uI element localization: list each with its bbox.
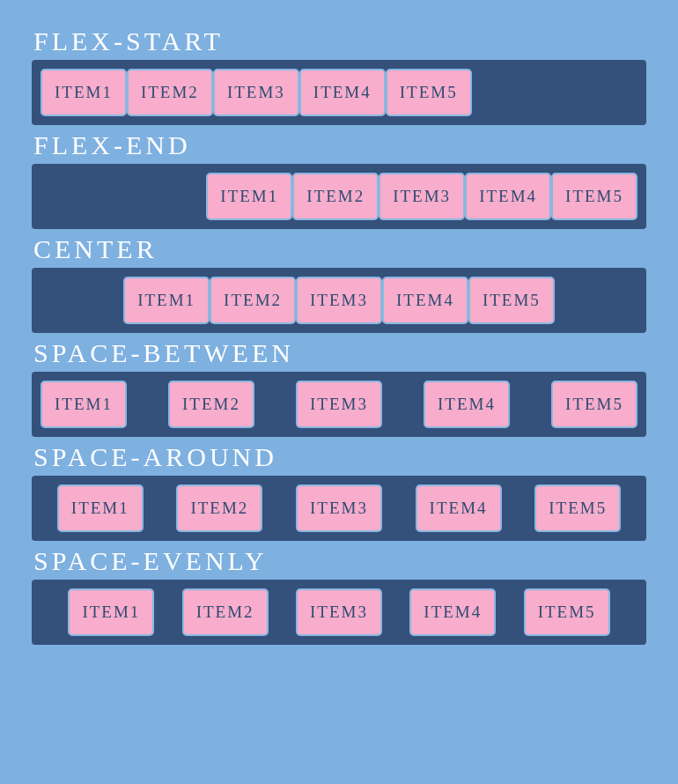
heading-space-around: space-around bbox=[32, 442, 646, 472]
flex-item: Item3 bbox=[296, 381, 382, 428]
flex-item: Item2 bbox=[176, 484, 262, 532]
flex-item: Item5 bbox=[534, 484, 621, 532]
flex-item: Item4 bbox=[409, 588, 496, 636]
flex-item: Item1 bbox=[123, 277, 210, 324]
section-space-around: space-aroundItem1Item2Item3Item4Item5 bbox=[32, 442, 646, 541]
heading-flex-start: flex-start bbox=[32, 26, 646, 56]
flex-item: Item3 bbox=[379, 173, 465, 220]
flex-item: Item2 bbox=[210, 277, 296, 324]
heading-space-evenly: space-evenly bbox=[32, 546, 646, 576]
flex-item: Item3 bbox=[296, 277, 382, 324]
container-center: Item1Item2Item3Item4Item5 bbox=[32, 268, 646, 333]
flex-item: Item4 bbox=[382, 277, 468, 324]
container-space-around: Item1Item2Item3Item4Item5 bbox=[32, 476, 646, 541]
heading-space-between: space-between bbox=[32, 338, 646, 368]
section-center: centerItem1Item2Item3Item4Item5 bbox=[32, 234, 646, 333]
flex-item: Item2 bbox=[182, 588, 269, 636]
container-flex-start: Item1Item2Item3Item4Item5 bbox=[32, 60, 646, 125]
flex-item: Item4 bbox=[416, 484, 502, 532]
section-flex-end: flex-endItem1Item2Item3Item4Item5 bbox=[32, 130, 646, 229]
flex-item: Item4 bbox=[465, 173, 551, 220]
flex-item: Item3 bbox=[296, 484, 382, 532]
flex-item: Item5 bbox=[524, 588, 610, 636]
flex-item: Item1 bbox=[57, 484, 144, 532]
section-flex-start: flex-startItem1Item2Item3Item4Item5 bbox=[32, 26, 646, 125]
flex-item: Item3 bbox=[213, 69, 299, 116]
flex-item: Item1 bbox=[41, 69, 127, 116]
flex-item: Item1 bbox=[206, 173, 292, 220]
justify-content-diagram: flex-startItem1Item2Item3Item4Item5flex-… bbox=[32, 26, 646, 645]
flex-item: Item5 bbox=[551, 381, 637, 428]
section-space-between: space-betweenItem1Item2Item3Item4Item5 bbox=[32, 338, 646, 437]
heading-flex-end: flex-end bbox=[32, 130, 646, 160]
container-space-between: Item1Item2Item3Item4Item5 bbox=[32, 372, 646, 437]
flex-item: Item4 bbox=[299, 69, 386, 116]
section-space-evenly: space-evenlyItem1Item2Item3Item4Item5 bbox=[32, 546, 646, 645]
container-space-evenly: Item1Item2Item3Item4Item5 bbox=[32, 580, 646, 645]
flex-item: Item2 bbox=[168, 381, 254, 428]
flex-item: Item1 bbox=[41, 381, 127, 428]
flex-item: Item2 bbox=[127, 69, 213, 116]
flex-item: Item2 bbox=[292, 173, 379, 220]
flex-item: Item5 bbox=[551, 173, 637, 220]
flex-item: Item3 bbox=[296, 588, 382, 636]
heading-center: center bbox=[32, 234, 646, 264]
container-flex-end: Item1Item2Item3Item4Item5 bbox=[32, 164, 646, 229]
flex-item: Item5 bbox=[386, 69, 472, 116]
flex-item: Item1 bbox=[68, 588, 154, 636]
flex-item: Item5 bbox=[468, 277, 555, 324]
flex-item: Item4 bbox=[424, 381, 510, 428]
